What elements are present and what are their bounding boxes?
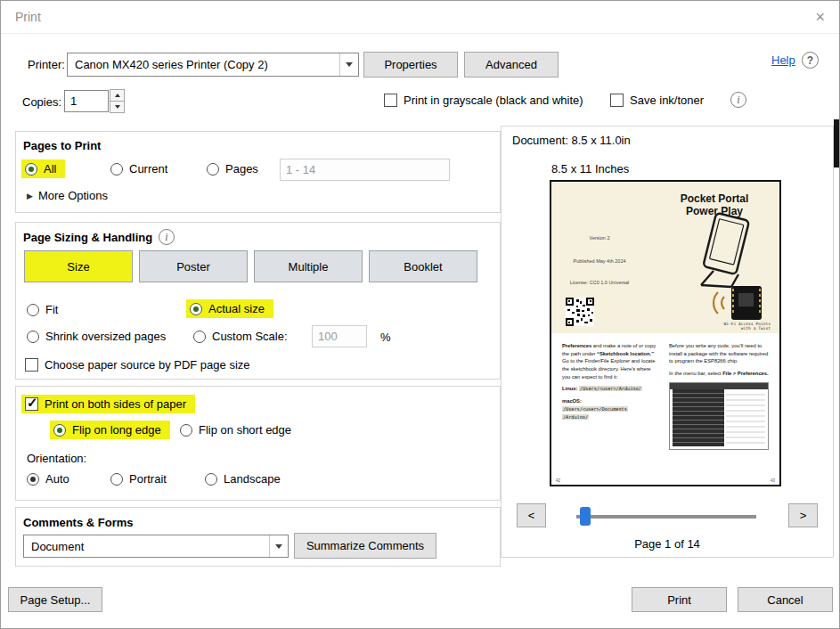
more-options-expander[interactable]: ▶ More Options — [27, 189, 108, 202]
copies-stepper[interactable] — [110, 89, 125, 113]
radio-icon[interactable] — [27, 473, 39, 486]
page-setup-button[interactable]: Page Setup... — [8, 587, 102, 612]
close-icon[interactable]: × — [815, 8, 825, 27]
radio-all-label: All — [44, 162, 56, 176]
radio-flip-short-label: Flip on short edge — [199, 423, 291, 437]
preview-caption: Wi-Fi Access Points with a Twist — [692, 322, 771, 331]
preview-linux-path: Linux: /Users/<user>/Arduino/ — [562, 385, 658, 393]
radio-icon[interactable] — [205, 473, 217, 486]
checkbox-icon[interactable] — [610, 94, 624, 107]
print-button[interactable]: Print — [632, 587, 727, 612]
preview-published: Published May 4th 2024 — [559, 258, 640, 264]
radio-pages[interactable]: Pages — [207, 162, 258, 176]
radio-icon[interactable] — [190, 303, 202, 315]
radio-icon[interactable] — [27, 304, 39, 316]
preview-paragraph: Preferences and make a note of or copy t… — [562, 342, 658, 380]
radio-icon[interactable] — [25, 163, 37, 176]
radio-portrait-label: Portrait — [129, 472, 167, 486]
paper-source-checkbox[interactable]: Choose paper source by PDF page size — [25, 358, 250, 372]
comments-select[interactable]: Document — [23, 535, 289, 558]
checkbox-icon[interactable] — [384, 94, 397, 107]
radio-pages-label: Pages — [225, 162, 258, 176]
radio-custom-scale[interactable]: Custom Scale: — [193, 330, 288, 343]
cancel-button[interactable]: Cancel — [738, 587, 833, 612]
copies-label: Copies: — [22, 95, 61, 109]
mode-multiple-button[interactable]: Multiple — [254, 250, 363, 282]
save-ink-checkbox[interactable]: Save ink/toner — [610, 94, 704, 107]
radio-icon[interactable] — [27, 331, 39, 343]
help-icon[interactable]: ? — [802, 52, 819, 69]
radio-all[interactable]: All — [21, 159, 65, 178]
screen-edge-artifact — [834, 119, 839, 167]
radio-auto[interactable]: Auto — [27, 472, 69, 486]
page-range-input[interactable] — [280, 159, 450, 181]
document-size-label: Document: 8.5 x 11.0in — [512, 134, 631, 147]
next-page-button[interactable]: > — [788, 503, 818, 527]
save-ink-label: Save ink/toner — [630, 94, 704, 107]
phone-illustration — [683, 212, 765, 290]
previous-page-button[interactable]: < — [517, 503, 546, 527]
preview-license: License: CC0 1.0 Universal — [559, 280, 640, 285]
mode-poster-button[interactable]: Poster — [139, 250, 248, 282]
radio-icon[interactable] — [110, 473, 123, 486]
radio-auto-label: Auto — [45, 472, 69, 486]
radio-actual-size[interactable]: Actual size — [186, 299, 273, 318]
radio-flip-short[interactable]: Flip on short edge — [180, 423, 291, 437]
pages-to-print-title: Pages to Print — [23, 139, 101, 152]
preview-slider[interactable] — [576, 515, 756, 519]
slider-handle[interactable] — [580, 507, 591, 526]
printer-select-value: Canon MX420 series Printer (Copy 2) — [68, 58, 339, 71]
preview-version: Version 2 — [564, 235, 635, 241]
stepper-up-icon[interactable] — [110, 89, 125, 102]
radio-icon[interactable] — [110, 163, 123, 176]
properties-button[interactable]: Properties — [363, 52, 458, 78]
radio-current[interactable]: Current — [110, 162, 167, 176]
dialog-title: Print — [15, 10, 41, 24]
radio-shrink-label: Shrink oversized pages — [45, 330, 166, 343]
circuit-board-illustration — [705, 282, 771, 324]
radio-landscape[interactable]: Landscape — [205, 472, 281, 486]
paper-source-label: Choose paper source by PDF page size — [45, 358, 250, 372]
radio-icon[interactable] — [193, 331, 206, 343]
paper-size-label: 8.5 x 11 Inches — [551, 162, 629, 176]
advanced-button[interactable]: Advanced — [464, 52, 559, 78]
stepper-down-icon[interactable] — [110, 102, 125, 113]
preview-paragraph: In the menu bar, select File > Preferenc… — [669, 370, 771, 378]
comments-forms-group: Comments & Forms Document Summarize Comm… — [15, 507, 501, 567]
preview-panel: Document: 8.5 x 11.0in 8.5 x 11 Inches P… — [501, 126, 834, 558]
radio-flip-long-label: Flip on long edge — [72, 423, 161, 437]
radio-icon[interactable] — [207, 163, 219, 176]
chevron-down-icon[interactable] — [269, 535, 288, 557]
both-sides-checkbox[interactable]: Print on both sides of paper — [21, 395, 195, 413]
info-icon[interactable]: i — [159, 229, 175, 245]
more-options-label: More Options — [38, 189, 108, 202]
preview-macos-path: macOS:/Users/<user>/Documents/Arduino/ — [562, 397, 658, 421]
menu-screenshot — [669, 382, 769, 450]
checkbox-icon[interactable] — [25, 358, 38, 372]
page-indicator: Page 1 of 14 — [502, 537, 833, 551]
info-icon[interactable]: i — [730, 92, 746, 108]
comments-select-value: Document — [24, 540, 269, 553]
radio-icon[interactable] — [53, 424, 66, 437]
print-dialog: Print × Printer: Canon MX420 series Prin… — [0, 0, 840, 629]
both-sides-label: Print on both sides of paper — [45, 397, 186, 411]
preview-footer-right: 43 — [771, 478, 775, 483]
mode-size-button[interactable]: Size — [24, 250, 133, 282]
qr-code-icon — [566, 298, 594, 326]
page-sizing-title: Page Sizing & Handling — [23, 231, 152, 244]
mode-booklet-button[interactable]: Booklet — [369, 250, 477, 282]
radio-fit[interactable]: Fit — [27, 303, 58, 316]
radio-shrink-oversized[interactable]: Shrink oversized pages — [27, 330, 166, 343]
grayscale-checkbox[interactable]: Print in grayscale (black and white) — [384, 94, 583, 107]
summarize-comments-button[interactable]: Summarize Comments — [294, 533, 436, 559]
printer-select[interactable]: Canon MX420 series Printer (Copy 2) — [67, 53, 359, 77]
custom-scale-input[interactable] — [312, 325, 367, 347]
radio-icon[interactable] — [180, 424, 192, 437]
help-link[interactable]: Help — [771, 53, 795, 67]
chevron-down-icon[interactable] — [339, 53, 358, 76]
copies-input[interactable] — [64, 90, 109, 112]
checkbox-icon[interactable] — [25, 397, 38, 411]
pages-to-print-group: Pages to Print All Current Pages ▶ More … — [15, 131, 501, 213]
radio-flip-long[interactable]: Flip on long edge — [50, 421, 170, 439]
radio-portrait[interactable]: Portrait — [110, 472, 167, 486]
